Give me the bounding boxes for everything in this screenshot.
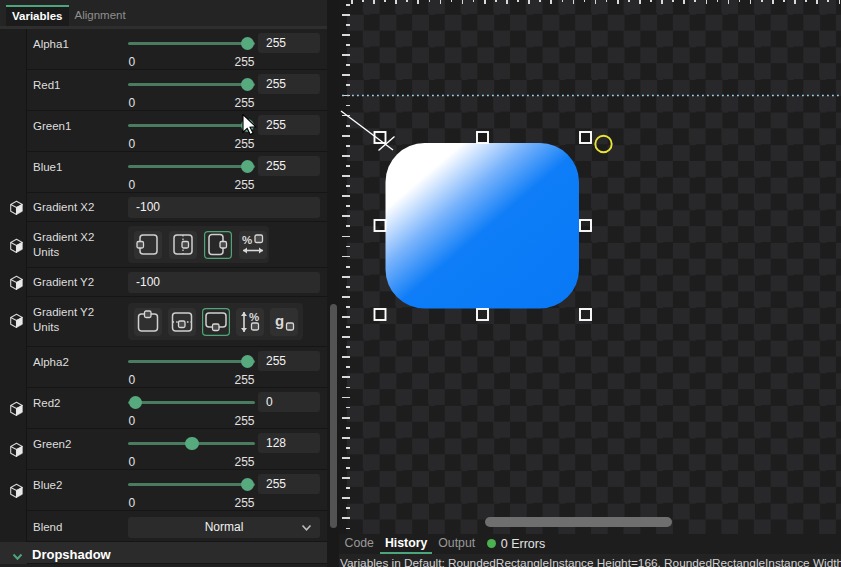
slider-value-input[interactable]: 255	[258, 74, 320, 95]
slider-track[interactable]	[128, 360, 255, 363]
attribute-editor-panel: VariablesAlignment Alpha12550255Red12550…	[0, 0, 327, 567]
row-gutter	[0, 222, 27, 268]
g-unit-icon: g	[270, 325, 298, 339]
panel-scrollbar-track	[327, 0, 339, 567]
dropdown-value: Normal	[205, 520, 244, 534]
attribute-row-gradient-x2: Gradient X2-100	[0, 193, 327, 222]
slider-track[interactable]	[128, 165, 255, 168]
slider-thumb[interactable]	[185, 437, 199, 451]
cube-icon	[9, 313, 24, 332]
row-separator	[27, 563, 327, 564]
slider-thumb[interactable]	[241, 478, 255, 492]
row-gutter	[0, 297, 27, 347]
slider-value-input[interactable]: 255	[258, 351, 320, 372]
value-input[interactable]: -100	[128, 197, 320, 218]
status-text: Variables in Default: RoundedRectangleIn…	[340, 556, 841, 567]
viewport-canvas[interactable]	[339, 0, 841, 534]
slider-thumb[interactable]	[241, 78, 255, 92]
unit-button-group: %	[128, 226, 269, 263]
slider-thumb[interactable]	[241, 37, 255, 51]
selection-handle[interactable]	[580, 309, 591, 320]
row-gutter	[0, 511, 27, 542]
anchor-left-icon	[134, 248, 162, 262]
attribute-row-blend: BlendNormal	[0, 511, 327, 542]
value-input[interactable]: -100	[128, 272, 320, 293]
panel-tab-variables[interactable]: Variables	[6, 5, 69, 27]
svg-text:%: %	[249, 311, 259, 323]
row-gutter	[0, 111, 27, 152]
slider-thumb[interactable]	[129, 396, 143, 410]
blend-mode-dropdown[interactable]: Normal	[128, 517, 320, 538]
row-gutter	[0, 388, 27, 429]
slider-value-input[interactable]: 255	[258, 474, 320, 495]
slider-track[interactable]	[128, 124, 255, 127]
slider-thumb[interactable]	[241, 160, 255, 174]
row-label: Blue2	[33, 478, 103, 493]
anchor-center-x-icon	[169, 248, 197, 262]
canvas-horizontal-scrollbar[interactable]	[485, 517, 672, 527]
unit-button-g-unit[interactable]: g	[270, 308, 298, 336]
attribute-row-gradient-x2-units: Gradient X2 Units%	[0, 222, 327, 268]
section-header-dropshadow[interactable]: Dropshadow	[0, 542, 327, 564]
row-label: Blue1	[33, 160, 103, 175]
row-gutter	[0, 429, 27, 470]
row-label: Gradient Y2 Units	[33, 305, 103, 335]
slider-value-input[interactable]: 0	[258, 392, 320, 413]
attribute-row-green2: Green21280255	[0, 429, 327, 470]
attribute-row-blue1: Blue12550255	[0, 152, 327, 193]
rotation-pivot-circle[interactable]	[595, 136, 611, 152]
unit-button-anchor-top[interactable]	[134, 308, 162, 336]
panel-tab-alignment[interactable]: Alignment	[69, 5, 132, 27]
selection-handle[interactable]	[477, 309, 488, 320]
row-gutter	[0, 152, 27, 193]
unit-button-percent-height[interactable]: %	[236, 308, 264, 336]
slider-max-label: 255	[128, 96, 255, 110]
slider-max-label: 255	[128, 414, 255, 428]
bottom-tab-history[interactable]: History	[379, 534, 432, 554]
row-gutter	[0, 29, 27, 70]
unit-button-anchor-left[interactable]	[134, 231, 162, 259]
slider-value-input[interactable]: 255	[258, 33, 320, 54]
slider-max-label: 255	[128, 455, 255, 469]
gradient-control-line[interactable]	[341, 111, 395, 151]
anchor-middle-y-icon	[168, 325, 196, 339]
slider-track[interactable]	[128, 401, 255, 404]
application-window: VariablesAlignment Alpha12550255Red12550…	[0, 0, 841, 567]
errors-status-dot	[487, 539, 496, 548]
selected-shape-layer	[339, 0, 841, 534]
attribute-row-green1: Green12550255	[0, 111, 327, 152]
slider-track[interactable]	[128, 483, 255, 486]
unit-button-anchor-bottom[interactable]	[202, 308, 230, 336]
bottom-tab-output[interactable]: Output	[433, 534, 481, 554]
bottom-tab-code[interactable]: Code	[339, 534, 379, 554]
selection-handle[interactable]	[580, 132, 591, 143]
slider-max-label: 255	[128, 178, 255, 192]
selection-handle[interactable]	[580, 220, 591, 231]
rounded-rectangle-shape[interactable]	[386, 143, 580, 309]
slider-value-input[interactable]: 128	[258, 433, 320, 454]
panel-scrollbar-thumb[interactable]	[330, 304, 337, 528]
unit-button-anchor-center-x[interactable]	[169, 231, 197, 259]
percent-width-icon: %	[239, 248, 267, 262]
slider-thumb[interactable]	[241, 355, 255, 369]
selection-handle[interactable]	[477, 132, 488, 143]
percent-height-icon: %	[236, 325, 264, 339]
svg-text:%: %	[242, 234, 252, 246]
unit-button-anchor-right[interactable]	[204, 231, 232, 259]
row-label: Gradient X2	[33, 200, 103, 215]
cube-icon	[9, 275, 24, 294]
slider-track[interactable]	[128, 83, 255, 86]
cube-icon	[9, 401, 24, 420]
row-label: Blend	[33, 520, 103, 535]
unit-button-percent-width[interactable]: %	[239, 231, 267, 259]
slider-track[interactable]	[128, 42, 255, 45]
selection-handle[interactable]	[375, 220, 386, 231]
status-bar: Variables in Default: RoundedRectangleIn…	[339, 554, 841, 567]
selection-handle[interactable]	[375, 309, 386, 320]
slider-value-input[interactable]: 255	[258, 115, 320, 136]
cube-icon	[9, 238, 24, 257]
unit-button-anchor-middle-y[interactable]	[168, 308, 196, 336]
row-label: Gradient Y2	[33, 275, 103, 290]
slider-value-input[interactable]: 255	[258, 156, 320, 177]
attribute-rows: Alpha12550255Red12550255Green12550255Blu…	[0, 29, 327, 564]
